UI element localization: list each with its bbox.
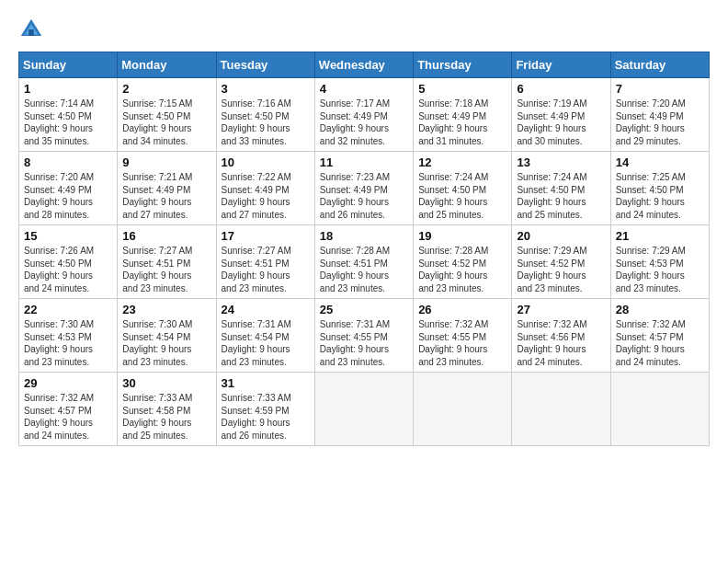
- weekday-header-monday: Monday: [118, 52, 216, 78]
- calendar-week-2: 8Sunrise: 7:20 AM Sunset: 4:49 PM Daylig…: [19, 152, 710, 225]
- day-info: Sunrise: 7:32 AM Sunset: 4:57 PM Dayligh…: [24, 392, 112, 442]
- day-number: 9: [122, 155, 210, 169]
- calendar-cell: 31Sunrise: 7:33 AM Sunset: 4:59 PM Dayli…: [216, 373, 314, 446]
- day-number: 22: [24, 303, 112, 316]
- day-info: Sunrise: 7:15 AM Sunset: 4:50 PM Dayligh…: [122, 98, 210, 147]
- day-number: 26: [418, 303, 506, 316]
- day-info: Sunrise: 7:24 AM Sunset: 4:50 PM Dayligh…: [418, 171, 506, 221]
- calendar-cell: 18Sunrise: 7:28 AM Sunset: 4:51 PM Dayli…: [314, 225, 413, 299]
- day-info: Sunrise: 7:31 AM Sunset: 4:54 PM Dayligh…: [222, 318, 310, 368]
- calendar-table: SundayMondayTuesdayWednesdayThursdayFrid…: [18, 52, 710, 446]
- day-number: 21: [616, 229, 704, 243]
- calendar-cell: 11Sunrise: 7:23 AM Sunset: 4:49 PM Dayli…: [314, 152, 413, 225]
- day-info: Sunrise: 7:27 AM Sunset: 4:51 PM Dayligh…: [222, 245, 310, 294]
- day-number: 14: [616, 155, 704, 169]
- calendar-cell: 10Sunrise: 7:22 AM Sunset: 4:49 PM Dayli…: [216, 152, 314, 225]
- weekday-header-tuesday: Tuesday: [216, 52, 314, 78]
- calendar-cell: 12Sunrise: 7:24 AM Sunset: 4:50 PM Dayli…: [414, 152, 512, 225]
- weekday-header-saturday: Saturday: [610, 52, 709, 78]
- calendar-cell: 14Sunrise: 7:25 AM Sunset: 4:50 PM Dayli…: [610, 152, 709, 225]
- day-info: Sunrise: 7:18 AM Sunset: 4:49 PM Dayligh…: [418, 98, 506, 147]
- calendar-cell: 2Sunrise: 7:15 AM Sunset: 4:50 PM Daylig…: [118, 78, 216, 152]
- calendar-cell: 9Sunrise: 7:21 AM Sunset: 4:49 PM Daylig…: [118, 152, 216, 225]
- day-number: 27: [517, 303, 605, 316]
- day-info: Sunrise: 7:32 AM Sunset: 4:57 PM Dayligh…: [616, 318, 704, 368]
- calendar-cell: [414, 373, 512, 446]
- calendar-cell: [314, 373, 413, 446]
- day-number: 17: [222, 229, 310, 243]
- calendar-cell: 4Sunrise: 7:17 AM Sunset: 4:49 PM Daylig…: [314, 78, 413, 152]
- header: [18, 17, 710, 42]
- day-info: Sunrise: 7:29 AM Sunset: 4:53 PM Dayligh…: [616, 245, 704, 294]
- day-number: 15: [24, 229, 112, 243]
- calendar-cell: 17Sunrise: 7:27 AM Sunset: 4:51 PM Dayli…: [216, 225, 314, 299]
- calendar-cell: 23Sunrise: 7:30 AM Sunset: 4:54 PM Dayli…: [118, 299, 216, 373]
- day-number: 31: [222, 376, 310, 390]
- day-info: Sunrise: 7:32 AM Sunset: 4:56 PM Dayligh…: [517, 318, 605, 368]
- day-number: 1: [24, 82, 112, 96]
- calendar-cell: 28Sunrise: 7:32 AM Sunset: 4:57 PM Dayli…: [610, 299, 709, 373]
- weekday-header-sunday: Sunday: [19, 52, 118, 78]
- calendar-cell: 26Sunrise: 7:32 AM Sunset: 4:55 PM Dayli…: [414, 299, 512, 373]
- calendar-cell: 6Sunrise: 7:19 AM Sunset: 4:49 PM Daylig…: [512, 78, 610, 152]
- day-number: 10: [222, 155, 310, 169]
- day-info: Sunrise: 7:30 AM Sunset: 4:54 PM Dayligh…: [122, 318, 210, 368]
- day-info: Sunrise: 7:21 AM Sunset: 4:49 PM Dayligh…: [122, 171, 210, 221]
- calendar-cell: 7Sunrise: 7:20 AM Sunset: 4:49 PM Daylig…: [610, 78, 709, 152]
- day-number: 20: [517, 229, 605, 243]
- day-number: 5: [418, 82, 506, 96]
- day-info: Sunrise: 7:33 AM Sunset: 4:59 PM Dayligh…: [222, 392, 310, 442]
- calendar-cell: 8Sunrise: 7:20 AM Sunset: 4:49 PM Daylig…: [19, 152, 118, 225]
- logo: [18, 17, 48, 42]
- calendar-week-4: 22Sunrise: 7:30 AM Sunset: 4:53 PM Dayli…: [19, 299, 710, 373]
- day-number: 28: [616, 303, 704, 316]
- day-info: Sunrise: 7:20 AM Sunset: 4:49 PM Dayligh…: [616, 98, 704, 147]
- day-info: Sunrise: 7:22 AM Sunset: 4:49 PM Dayligh…: [222, 171, 310, 221]
- weekday-header-friday: Friday: [512, 52, 610, 78]
- calendar-cell: [512, 373, 610, 446]
- calendar-cell: 30Sunrise: 7:33 AM Sunset: 4:58 PM Dayli…: [118, 373, 216, 446]
- calendar-cell: 1Sunrise: 7:14 AM Sunset: 4:50 PM Daylig…: [19, 78, 118, 152]
- day-number: 4: [320, 82, 408, 96]
- calendar-cell: 13Sunrise: 7:24 AM Sunset: 4:50 PM Dayli…: [512, 152, 610, 225]
- day-info: Sunrise: 7:24 AM Sunset: 4:50 PM Dayligh…: [517, 171, 605, 221]
- day-info: Sunrise: 7:29 AM Sunset: 4:52 PM Dayligh…: [517, 245, 605, 294]
- calendar-cell: 24Sunrise: 7:31 AM Sunset: 4:54 PM Dayli…: [216, 299, 314, 373]
- day-info: Sunrise: 7:20 AM Sunset: 4:49 PM Dayligh…: [24, 171, 112, 221]
- day-info: Sunrise: 7:17 AM Sunset: 4:49 PM Dayligh…: [320, 98, 408, 147]
- day-info: Sunrise: 7:31 AM Sunset: 4:55 PM Dayligh…: [320, 318, 408, 368]
- calendar-cell: 27Sunrise: 7:32 AM Sunset: 4:56 PM Dayli…: [512, 299, 610, 373]
- weekday-header-thursday: Thursday: [414, 52, 512, 78]
- svg-rect-2: [28, 29, 34, 36]
- day-info: Sunrise: 7:32 AM Sunset: 4:55 PM Dayligh…: [418, 318, 506, 368]
- day-number: 16: [122, 229, 210, 243]
- calendar-cell: 25Sunrise: 7:31 AM Sunset: 4:55 PM Dayli…: [314, 299, 413, 373]
- day-number: 23: [122, 303, 210, 316]
- day-number: 6: [517, 82, 605, 96]
- calendar-cell: [610, 373, 709, 446]
- day-info: Sunrise: 7:27 AM Sunset: 4:51 PM Dayligh…: [122, 245, 210, 294]
- calendar-cell: 22Sunrise: 7:30 AM Sunset: 4:53 PM Dayli…: [19, 299, 118, 373]
- day-info: Sunrise: 7:28 AM Sunset: 4:52 PM Dayligh…: [418, 245, 506, 294]
- logo-icon: [18, 17, 44, 42]
- calendar-cell: 5Sunrise: 7:18 AM Sunset: 4:49 PM Daylig…: [414, 78, 512, 152]
- calendar-week-1: 1Sunrise: 7:14 AM Sunset: 4:50 PM Daylig…: [19, 78, 710, 152]
- day-number: 25: [320, 303, 408, 316]
- calendar-cell: 15Sunrise: 7:26 AM Sunset: 4:50 PM Dayli…: [19, 225, 118, 299]
- day-info: Sunrise: 7:16 AM Sunset: 4:50 PM Dayligh…: [222, 98, 310, 147]
- day-number: 18: [320, 229, 408, 243]
- day-number: 12: [418, 155, 506, 169]
- day-info: Sunrise: 7:28 AM Sunset: 4:51 PM Dayligh…: [320, 245, 408, 294]
- day-number: 19: [418, 229, 506, 243]
- day-number: 13: [517, 155, 605, 169]
- day-info: Sunrise: 7:33 AM Sunset: 4:58 PM Dayligh…: [122, 392, 210, 442]
- weekday-header-wednesday: Wednesday: [314, 52, 413, 78]
- day-info: Sunrise: 7:26 AM Sunset: 4:50 PM Dayligh…: [24, 245, 112, 294]
- weekday-header-row: SundayMondayTuesdayWednesdayThursdayFrid…: [19, 52, 710, 78]
- day-number: 11: [320, 155, 408, 169]
- day-info: Sunrise: 7:14 AM Sunset: 4:50 PM Dayligh…: [24, 98, 112, 147]
- day-number: 30: [122, 376, 210, 390]
- calendar-week-3: 15Sunrise: 7:26 AM Sunset: 4:50 PM Dayli…: [19, 225, 710, 299]
- calendar-cell: 3Sunrise: 7:16 AM Sunset: 4:50 PM Daylig…: [216, 78, 314, 152]
- page: SundayMondayTuesdayWednesdayThursdayFrid…: [0, 0, 728, 563]
